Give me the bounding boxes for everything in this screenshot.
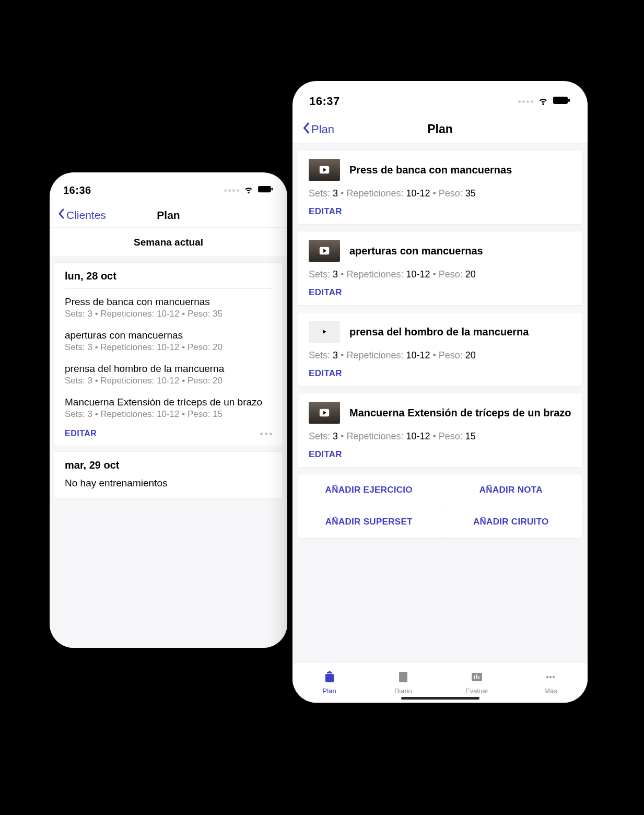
edit-button[interactable]: EDITAR <box>309 449 571 460</box>
status-time: 16:37 <box>309 95 340 108</box>
exercise-detail: Sets: 3 • Repeticiones: 10-12 • Peso: 35 <box>309 188 571 199</box>
exercise-detail: Sets: 3 • Repeticiones: 10-12 • Peso: 20 <box>65 342 272 353</box>
exercise-name: prensa del hombro de la mancuerna <box>349 325 571 339</box>
bar-chart-icon <box>471 671 483 685</box>
home-indicator[interactable] <box>401 697 479 700</box>
tab-more[interactable]: Más <box>514 662 588 703</box>
book-icon <box>397 671 409 685</box>
add-superset-button[interactable]: AÑADIR SUPERSET <box>298 506 440 538</box>
exercise-card: aperturas con mancuernas Sets: 3 • Repet… <box>298 231 582 306</box>
tab-bar: Plan Diario Evaluar Más <box>292 662 588 703</box>
exercise-detail: Sets: 3 • Repeticiones: 10-12 • Peso: 15 <box>309 431 571 442</box>
status-right <box>224 184 274 196</box>
clipboard-icon <box>323 671 336 685</box>
chevron-left-icon <box>302 122 310 137</box>
more-icon[interactable] <box>260 433 272 435</box>
tab-label: Diario <box>394 687 412 695</box>
exercise-detail: Sets: 3 • Repeticiones: 10-12 • Peso: 15 <box>65 409 272 420</box>
svg-point-8 <box>549 676 552 678</box>
status-right <box>518 95 571 108</box>
signal-dots-icon <box>224 189 239 192</box>
svg-rect-3 <box>568 99 570 102</box>
phone-right: 16:37 Plan Plan Press de banca con mancu <box>292 81 588 703</box>
day-card: lun, 28 oct Press de banca con mancuerna… <box>54 262 283 446</box>
wifi-icon <box>243 184 254 196</box>
exercise-detail: Sets: 3 • Repeticiones: 10-12 • Peso: 35 <box>65 309 272 319</box>
exercise-header[interactable]: prensa del hombro de la mancuerna <box>309 321 571 343</box>
signal-dots-icon <box>518 100 533 103</box>
exercise-detail: Sets: 3 • Repeticiones: 10-12 • Peso: 20 <box>309 350 571 361</box>
edit-button[interactable]: EDITAR <box>309 368 571 379</box>
svg-point-9 <box>553 676 555 678</box>
exercise-name: Mancuerna Extensión de tríceps de un bra… <box>349 406 571 420</box>
more-icon <box>544 671 557 685</box>
exercise-name: aperturas con mancuernas <box>349 245 571 258</box>
battery-icon <box>258 185 274 195</box>
play-icon[interactable] <box>309 159 340 181</box>
chevron-left-icon <box>57 208 65 222</box>
day-card: mar, 29 oct No hay entrenamientos <box>54 451 283 499</box>
exercise-detail: Sets: 3 • Repeticiones: 10-12 • Peso: 20 <box>309 269 571 280</box>
action-grid: AÑADIR EJERCICIO AÑADIR NOTA AÑADIR SUPE… <box>298 474 582 539</box>
day-title: lun, 28 oct <box>65 263 272 289</box>
exercise-name: aperturas con mancuernas <box>65 330 272 341</box>
exercise-name: prensa del hombro de la mancuerna <box>65 363 272 375</box>
exercise-card: Press de banca con mancuernas Sets: 3 • … <box>298 150 582 225</box>
exercise-detail: Sets: 3 • Repeticiones: 10-12 • Peso: 20 <box>65 376 272 386</box>
back-label: Plan <box>311 123 334 136</box>
battery-icon <box>553 96 571 107</box>
svg-point-7 <box>546 676 548 678</box>
phone-left: 16:36 Clientes Plan Semana actual lun, 2… <box>50 172 287 648</box>
nav-bar: Clientes Plan <box>50 203 287 228</box>
back-button[interactable]: Clientes <box>57 208 106 222</box>
page-title: Plan <box>157 209 180 222</box>
exercise-header[interactable]: Mancuerna Extensión de tríceps de un bra… <box>309 402 571 424</box>
tab-plan[interactable]: Plan <box>292 662 366 703</box>
body: Press de banca con mancuernas Sets: 3 • … <box>292 144 588 662</box>
tab-label: Evaluar <box>465 687 488 695</box>
exercise-row[interactable]: prensa del hombro de la mancuerna Sets: … <box>65 356 272 389</box>
edit-button[interactable]: EDITAR <box>309 206 571 217</box>
edit-button[interactable]: EDITAR <box>65 429 97 438</box>
wifi-icon <box>537 95 549 108</box>
section-header-current-week: Semana actual <box>50 228 287 257</box>
exercise-header[interactable]: aperturas con mancuernas <box>309 240 571 262</box>
exercise-row[interactable]: Press de banca con mancuernas Sets: 3 • … <box>65 289 272 322</box>
edit-button[interactable]: EDITAR <box>309 287 571 298</box>
add-circuit-button[interactable]: AÑADIR CIRUITO <box>440 506 582 538</box>
status-time: 16:36 <box>63 184 91 196</box>
play-icon[interactable] <box>309 321 340 343</box>
svg-rect-1 <box>272 188 273 190</box>
day-title: mar, 29 oct <box>65 452 272 473</box>
play-icon[interactable] <box>309 402 340 424</box>
no-training-text: No hay entrenamientos <box>65 473 272 491</box>
day-footer: EDITAR <box>65 423 272 438</box>
status-bar: 16:36 <box>50 172 287 203</box>
status-bar: 16:37 <box>292 81 588 115</box>
tab-label: Plan <box>323 687 336 695</box>
exercise-header[interactable]: Press de banca con mancuernas <box>309 159 571 181</box>
add-exercise-button[interactable]: AÑADIR EJERCICIO <box>298 474 440 506</box>
back-label: Clientes <box>66 209 106 222</box>
back-button[interactable]: Plan <box>302 122 334 137</box>
exercise-card: prensa del hombro de la mancuerna Sets: … <box>298 312 582 387</box>
add-note-button[interactable]: AÑADIR NOTA <box>440 474 582 506</box>
exercise-name: Press de banca con mancuernas <box>349 164 571 177</box>
svg-rect-2 <box>553 97 568 104</box>
nav-bar: Plan Plan <box>292 115 588 144</box>
exercise-card: Mancuerna Extensión de tríceps de un bra… <box>298 393 582 468</box>
exercise-name: Mancuerna Extensión de tríceps de un bra… <box>65 397 272 408</box>
exercise-row[interactable]: Mancuerna Extensión de tríceps de un bra… <box>65 389 272 423</box>
page-title: Plan <box>427 122 453 136</box>
exercise-row[interactable]: aperturas con mancuernas Sets: 3 • Repet… <box>65 322 272 356</box>
body: Semana actual lun, 28 oct Press de banca… <box>50 228 287 648</box>
exercise-name: Press de banca con mancuernas <box>65 296 272 308</box>
play-icon[interactable] <box>309 240 340 262</box>
tab-label: Más <box>544 687 557 695</box>
svg-rect-0 <box>258 186 271 192</box>
